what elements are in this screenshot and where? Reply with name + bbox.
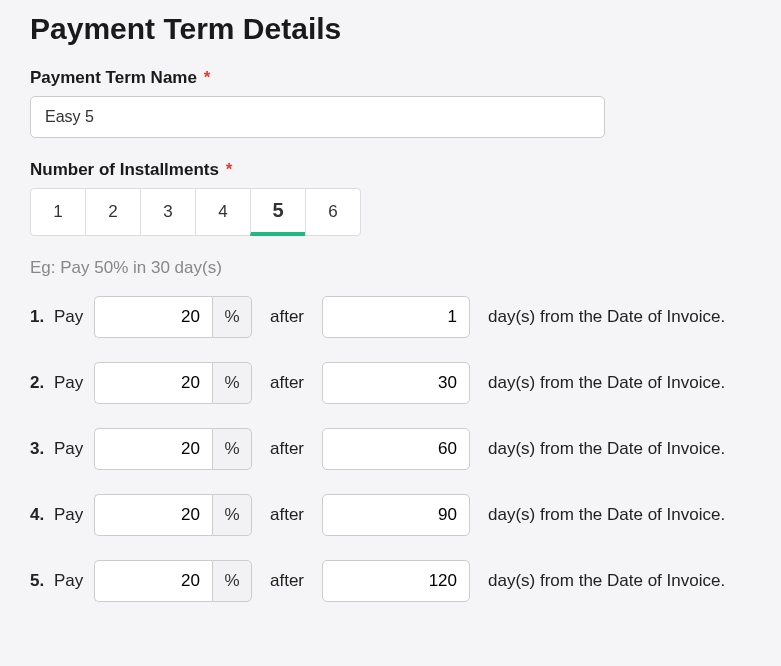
after-label: after (252, 307, 322, 327)
installment-row: 2.Pay%afterday(s) from the Date of Invoi… (30, 362, 751, 404)
installment-row: 1.Pay%afterday(s) from the Date of Invoi… (30, 296, 751, 338)
installment-row: 3.Pay%afterday(s) from the Date of Invoi… (30, 428, 751, 470)
days-input[interactable] (322, 494, 470, 536)
pay-label: Pay (54, 439, 94, 459)
installment-rows: 1.Pay%afterday(s) from the Date of Invoi… (30, 296, 751, 602)
name-label-text: Payment Term Name (30, 68, 197, 87)
pay-label: Pay (54, 373, 94, 393)
percent-group: % (94, 560, 252, 602)
row-number: 5. (30, 571, 54, 591)
installment-row: 4.Pay%afterday(s) from the Date of Invoi… (30, 494, 751, 536)
percent-addon: % (212, 494, 252, 536)
installment-row: 5.Pay%afterday(s) from the Date of Invoi… (30, 560, 751, 602)
percent-group: % (94, 494, 252, 536)
percent-input[interactable] (94, 362, 212, 404)
percent-addon: % (212, 560, 252, 602)
after-label: after (252, 571, 322, 591)
after-label: after (252, 373, 322, 393)
days-suffix-label: day(s) from the Date of Invoice. (488, 505, 725, 525)
percent-group: % (94, 296, 252, 338)
installments-label-text: Number of Installments (30, 160, 219, 179)
percent-addon: % (212, 296, 252, 338)
percent-input[interactable] (94, 560, 212, 602)
installment-tab-6[interactable]: 6 (305, 188, 361, 236)
days-suffix-label: day(s) from the Date of Invoice. (488, 307, 725, 327)
percent-addon: % (212, 362, 252, 404)
row-number: 1. (30, 307, 54, 327)
installments-label: Number of Installments * (30, 160, 751, 180)
installment-tab-4[interactable]: 4 (195, 188, 251, 236)
days-suffix-label: day(s) from the Date of Invoice. (488, 373, 725, 393)
days-input[interactable] (322, 560, 470, 602)
pay-label: Pay (54, 307, 94, 327)
percent-group: % (94, 428, 252, 470)
installment-tab-3[interactable]: 3 (140, 188, 196, 236)
days-input[interactable] (322, 362, 470, 404)
page-title: Payment Term Details (30, 12, 751, 46)
days-input[interactable] (322, 428, 470, 470)
percent-input[interactable] (94, 494, 212, 536)
row-number: 3. (30, 439, 54, 459)
days-suffix-label: day(s) from the Date of Invoice. (488, 571, 725, 591)
payment-term-form: Payment Term Details Payment Term Name *… (0, 0, 781, 646)
percent-addon: % (212, 428, 252, 470)
row-number: 4. (30, 505, 54, 525)
example-hint: Eg: Pay 50% in 30 day(s) (30, 258, 751, 278)
days-input[interactable] (322, 296, 470, 338)
installment-tab-1[interactable]: 1 (30, 188, 86, 236)
after-label: after (252, 505, 322, 525)
installment-tab-2[interactable]: 2 (85, 188, 141, 236)
row-number: 2. (30, 373, 54, 393)
percent-input[interactable] (94, 296, 212, 338)
name-label: Payment Term Name * (30, 68, 751, 88)
required-asterisk-icon: * (204, 68, 211, 87)
required-asterisk-icon: * (226, 160, 233, 179)
installments-field-group: Number of Installments * 123456 (30, 160, 751, 236)
percent-group: % (94, 362, 252, 404)
percent-input[interactable] (94, 428, 212, 470)
installment-tabs: 123456 (30, 188, 751, 236)
pay-label: Pay (54, 505, 94, 525)
pay-label: Pay (54, 571, 94, 591)
after-label: after (252, 439, 322, 459)
installment-tab-5[interactable]: 5 (250, 188, 306, 236)
days-suffix-label: day(s) from the Date of Invoice. (488, 439, 725, 459)
payment-term-name-input[interactable] (30, 96, 605, 138)
name-field-group: Payment Term Name * (30, 68, 751, 138)
